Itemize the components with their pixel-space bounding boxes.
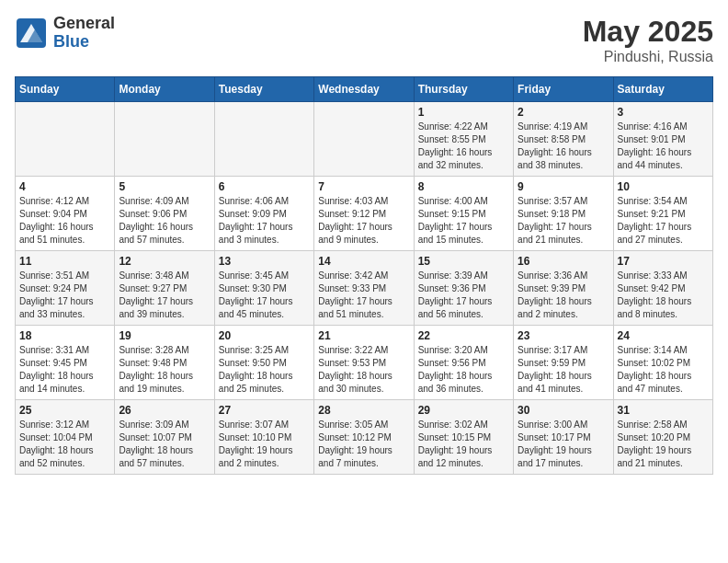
day-info: Sunrise: 3:45 AMSunset: 9:30 PMDaylight:… bbox=[219, 270, 310, 321]
day-info: Sunrise: 3:31 AMSunset: 9:45 PMDaylight:… bbox=[19, 344, 110, 396]
calendar-cell: 21Sunrise: 3:22 AMSunset: 9:53 PMDayligh… bbox=[314, 326, 414, 400]
header-cell-friday: Friday bbox=[514, 77, 613, 102]
week-row-1: 1Sunrise: 4:22 AMSunset: 8:55 PMDaylight… bbox=[16, 102, 713, 177]
calendar-cell: 16Sunrise: 3:36 AMSunset: 9:39 PMDayligh… bbox=[514, 251, 613, 326]
day-number: 28 bbox=[318, 404, 409, 417]
header-cell-wednesday: Wednesday bbox=[314, 77, 414, 102]
calendar-cell: 8Sunrise: 4:00 AMSunset: 9:15 PMDaylight… bbox=[414, 177, 513, 251]
day-info: Sunrise: 3:54 AMSunset: 9:21 PMDaylight:… bbox=[618, 195, 709, 247]
page-header: General Blue May 2025 Pindushi, Russia bbox=[15, 15, 713, 65]
day-info: Sunrise: 3:48 AMSunset: 9:27 PMDaylight:… bbox=[119, 270, 210, 321]
calendar-cell bbox=[16, 102, 115, 177]
day-number: 10 bbox=[618, 180, 709, 193]
day-info: Sunrise: 3:09 AMSunset: 10:07 PMDaylight… bbox=[119, 419, 210, 470]
day-number: 22 bbox=[418, 329, 509, 342]
calendar-cell: 3Sunrise: 4:16 AMSunset: 9:01 PMDaylight… bbox=[613, 102, 712, 177]
day-number: 8 bbox=[418, 180, 509, 193]
day-info: Sunrise: 3:25 AMSunset: 9:50 PMDaylight:… bbox=[219, 344, 310, 396]
day-info: Sunrise: 3:33 AMSunset: 9:42 PMDaylight:… bbox=[618, 270, 709, 321]
day-number: 19 bbox=[119, 329, 210, 342]
calendar-cell: 10Sunrise: 3:54 AMSunset: 9:21 PMDayligh… bbox=[613, 177, 712, 251]
calendar-cell bbox=[314, 102, 414, 177]
calendar-cell: 17Sunrise: 3:33 AMSunset: 9:42 PMDayligh… bbox=[613, 251, 712, 326]
day-number: 12 bbox=[119, 255, 210, 268]
day-info: Sunrise: 4:03 AMSunset: 9:12 PMDaylight:… bbox=[318, 195, 409, 247]
week-row-3: 11Sunrise: 3:51 AMSunset: 9:24 PMDayligh… bbox=[16, 251, 713, 326]
day-number: 11 bbox=[19, 255, 110, 268]
day-info: Sunrise: 4:22 AMSunset: 8:55 PMDaylight:… bbox=[418, 121, 509, 172]
calendar-cell bbox=[115, 102, 214, 177]
logo-text: General Blue bbox=[53, 15, 115, 52]
day-number: 26 bbox=[119, 404, 210, 417]
calendar-cell: 29Sunrise: 3:02 AMSunset: 10:15 PMDaylig… bbox=[414, 400, 513, 475]
day-info: Sunrise: 3:51 AMSunset: 9:24 PMDaylight:… bbox=[19, 270, 110, 321]
calendar-cell: 19Sunrise: 3:28 AMSunset: 9:48 PMDayligh… bbox=[115, 326, 214, 400]
calendar-title: May 2025 bbox=[583, 15, 713, 49]
day-number: 13 bbox=[219, 255, 310, 268]
day-number: 29 bbox=[418, 404, 509, 417]
day-number: 1 bbox=[418, 106, 509, 119]
day-number: 20 bbox=[219, 329, 310, 342]
header-row: SundayMondayTuesdayWednesdayThursdayFrid… bbox=[16, 77, 713, 102]
calendar-subtitle: Pindushi, Russia bbox=[583, 49, 713, 65]
calendar-cell: 26Sunrise: 3:09 AMSunset: 10:07 PMDaylig… bbox=[115, 400, 214, 475]
calendar-body: 1Sunrise: 4:22 AMSunset: 8:55 PMDaylight… bbox=[16, 102, 713, 475]
calendar-cell: 25Sunrise: 3:12 AMSunset: 10:04 PMDaylig… bbox=[16, 400, 115, 475]
day-number: 14 bbox=[318, 255, 409, 268]
day-info: Sunrise: 3:42 AMSunset: 9:33 PMDaylight:… bbox=[318, 270, 409, 321]
calendar-cell: 14Sunrise: 3:42 AMSunset: 9:33 PMDayligh… bbox=[314, 251, 414, 326]
day-info: Sunrise: 3:17 AMSunset: 9:59 PMDaylight:… bbox=[518, 344, 609, 396]
calendar-cell: 20Sunrise: 3:25 AMSunset: 9:50 PMDayligh… bbox=[214, 326, 313, 400]
day-info: Sunrise: 4:06 AMSunset: 9:09 PMDaylight:… bbox=[219, 195, 310, 247]
day-number: 9 bbox=[518, 180, 609, 193]
header-cell-saturday: Saturday bbox=[613, 77, 712, 102]
day-number: 21 bbox=[318, 329, 409, 342]
day-info: Sunrise: 3:12 AMSunset: 10:04 PMDaylight… bbox=[19, 419, 110, 470]
day-info: Sunrise: 3:02 AMSunset: 10:15 PMDaylight… bbox=[418, 419, 509, 470]
day-info: Sunrise: 3:14 AMSunset: 10:02 PMDaylight… bbox=[618, 344, 709, 396]
logo: General Blue bbox=[15, 15, 115, 52]
calendar-cell: 13Sunrise: 3:45 AMSunset: 9:30 PMDayligh… bbox=[214, 251, 313, 326]
calendar-cell: 24Sunrise: 3:14 AMSunset: 10:02 PMDaylig… bbox=[613, 326, 712, 400]
day-number: 17 bbox=[618, 255, 709, 268]
calendar-cell: 23Sunrise: 3:17 AMSunset: 9:59 PMDayligh… bbox=[514, 326, 613, 400]
week-row-5: 25Sunrise: 3:12 AMSunset: 10:04 PMDaylig… bbox=[16, 400, 713, 475]
day-number: 4 bbox=[19, 180, 110, 193]
day-info: Sunrise: 3:57 AMSunset: 9:18 PMDaylight:… bbox=[518, 195, 609, 247]
day-number: 31 bbox=[618, 404, 709, 417]
day-number: 18 bbox=[19, 329, 110, 342]
day-info: Sunrise: 3:39 AMSunset: 9:36 PMDaylight:… bbox=[418, 270, 509, 321]
calendar-cell: 7Sunrise: 4:03 AMSunset: 9:12 PMDaylight… bbox=[314, 177, 414, 251]
day-number: 3 bbox=[618, 106, 709, 119]
day-info: Sunrise: 4:19 AMSunset: 8:58 PMDaylight:… bbox=[518, 121, 609, 172]
day-info: Sunrise: 3:20 AMSunset: 9:56 PMDaylight:… bbox=[418, 344, 509, 396]
day-info: Sunrise: 3:07 AMSunset: 10:10 PMDaylight… bbox=[219, 419, 310, 470]
week-row-4: 18Sunrise: 3:31 AMSunset: 9:45 PMDayligh… bbox=[16, 326, 713, 400]
header-cell-thursday: Thursday bbox=[414, 77, 513, 102]
calendar-cell bbox=[214, 102, 313, 177]
day-info: Sunrise: 3:05 AMSunset: 10:12 PMDaylight… bbox=[318, 419, 409, 470]
day-number: 27 bbox=[219, 404, 310, 417]
day-number: 7 bbox=[318, 180, 409, 193]
calendar-cell: 11Sunrise: 3:51 AMSunset: 9:24 PMDayligh… bbox=[16, 251, 115, 326]
calendar-cell: 1Sunrise: 4:22 AMSunset: 8:55 PMDaylight… bbox=[414, 102, 513, 177]
day-info: Sunrise: 4:09 AMSunset: 9:06 PMDaylight:… bbox=[119, 195, 210, 247]
header-cell-sunday: Sunday bbox=[16, 77, 115, 102]
day-number: 24 bbox=[618, 329, 709, 342]
calendar-cell: 12Sunrise: 3:48 AMSunset: 9:27 PMDayligh… bbox=[115, 251, 214, 326]
day-number: 23 bbox=[518, 329, 609, 342]
calendar-cell: 2Sunrise: 4:19 AMSunset: 8:58 PMDaylight… bbox=[514, 102, 613, 177]
day-number: 30 bbox=[518, 404, 609, 417]
calendar-table: SundayMondayTuesdayWednesdayThursdayFrid… bbox=[15, 76, 713, 475]
header-cell-monday: Monday bbox=[115, 77, 214, 102]
calendar-cell: 5Sunrise: 4:09 AMSunset: 9:06 PMDaylight… bbox=[115, 177, 214, 251]
calendar-cell: 4Sunrise: 4:12 AMSunset: 9:04 PMDaylight… bbox=[16, 177, 115, 251]
calendar-cell: 27Sunrise: 3:07 AMSunset: 10:10 PMDaylig… bbox=[214, 400, 313, 475]
day-number: 5 bbox=[119, 180, 210, 193]
calendar-cell: 31Sunrise: 2:58 AMSunset: 10:20 PMDaylig… bbox=[613, 400, 712, 475]
day-info: Sunrise: 3:22 AMSunset: 9:53 PMDaylight:… bbox=[318, 344, 409, 396]
calendar-cell: 18Sunrise: 3:31 AMSunset: 9:45 PMDayligh… bbox=[16, 326, 115, 400]
day-number: 25 bbox=[19, 404, 110, 417]
day-info: Sunrise: 2:58 AMSunset: 10:20 PMDaylight… bbox=[618, 419, 709, 470]
calendar-cell: 9Sunrise: 3:57 AMSunset: 9:18 PMDaylight… bbox=[514, 177, 613, 251]
